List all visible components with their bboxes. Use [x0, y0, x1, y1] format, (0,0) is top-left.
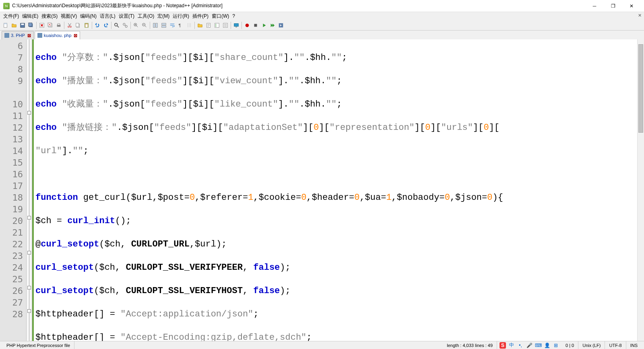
- record-macro-button[interactable]: [243, 21, 251, 29]
- menu-view[interactable]: 视图(V): [59, 12, 78, 20]
- toolbar-separator: [92, 22, 92, 29]
- toolbar-separator: [242, 22, 242, 29]
- save-macro-button[interactable]: [277, 21, 285, 29]
- svg-rect-23: [156, 23, 157, 27]
- svg-point-11: [68, 26, 70, 27]
- title-bar: N C:\Users\Administrator\Desktop\网站源码\20…: [0, 0, 644, 12]
- tab-3php[interactable]: 3. PHP⊠: [2, 31, 34, 39]
- save-all-button[interactable]: [27, 21, 35, 29]
- ime-lang-icon[interactable]: 中: [508, 342, 515, 349]
- redo-button[interactable]: [102, 21, 110, 29]
- menu-bar: 文件(F) 编辑(E) 搜索(S) 视图(V) 编码(N) 语言(L) 设置(T…: [0, 12, 644, 20]
- menu-edit[interactable]: 编辑(E): [21, 12, 40, 20]
- svg-rect-3: [21, 23, 24, 25]
- copy-button[interactable]: [74, 21, 82, 29]
- fold-box-icon[interactable]: -: [27, 286, 31, 289]
- tab-close-icon[interactable]: ⊠: [27, 33, 31, 38]
- person-icon[interactable]: 👤: [544, 342, 550, 349]
- replace-button[interactable]: [121, 21, 129, 29]
- new-file-button[interactable]: [2, 21, 10, 29]
- toolbar-separator: [150, 22, 150, 29]
- monitor-button[interactable]: [232, 21, 240, 29]
- mic-icon[interactable]: 🎤: [526, 342, 533, 349]
- stop-macro-button[interactable]: [252, 21, 260, 29]
- svg-rect-25: [162, 25, 166, 27]
- svg-rect-22: [153, 23, 155, 27]
- fold-box-icon[interactable]: -: [27, 309, 31, 313]
- open-file-button[interactable]: [10, 21, 18, 29]
- undo-button[interactable]: [93, 21, 101, 29]
- menu-settings[interactable]: 设置(T): [117, 12, 136, 20]
- app-icon: N: [3, 3, 10, 9]
- status-insert-mode: INS: [626, 341, 642, 349]
- menubar-close-icon[interactable]: ✕: [638, 13, 642, 18]
- status-encoding: UTF-8: [605, 341, 626, 349]
- wrap-button[interactable]: [168, 21, 176, 29]
- sync-v-button[interactable]: [151, 21, 159, 29]
- toolbar-separator: [130, 22, 131, 29]
- find-button[interactable]: [113, 21, 121, 29]
- maximize-button[interactable]: ❐: [604, 0, 622, 12]
- cut-button[interactable]: [66, 21, 74, 29]
- tab-kuaishou[interactable]: kuaishou. php⊠: [35, 31, 80, 39]
- close-button[interactable]: ✕: [622, 0, 641, 12]
- menu-encoding[interactable]: 编码(N): [78, 12, 98, 20]
- indent-guide-button[interactable]: [185, 21, 193, 29]
- sogou-icon[interactable]: S: [500, 342, 506, 349]
- scrollbar-thumb[interactable]: [638, 44, 643, 133]
- doc-list-button[interactable]: [221, 21, 229, 29]
- status-eol: Unix (LF): [578, 341, 605, 349]
- editor-area[interactable]: 6789 10111213141516171819202122232425262…: [0, 39, 644, 341]
- svg-rect-16: [85, 24, 87, 27]
- play-macro-button[interactable]: [260, 21, 268, 29]
- close-file-button[interactable]: [38, 21, 46, 29]
- svg-rect-1: [4, 23, 7, 24]
- menu-search[interactable]: 搜索(S): [40, 12, 59, 20]
- code-content[interactable]: echo "分享数：".$json["feeds"][$i]["share_co…: [34, 39, 637, 341]
- folder-button[interactable]: [196, 21, 204, 29]
- menu-help[interactable]: ?: [231, 13, 237, 19]
- zoom-in-button[interactable]: [132, 21, 140, 29]
- svg-rect-34: [235, 27, 237, 27]
- php-icon: [4, 33, 9, 38]
- menu-tools[interactable]: 工具(O): [136, 12, 156, 20]
- fold-box-icon[interactable]: -: [27, 251, 31, 255]
- toolbar-separator: [64, 22, 64, 29]
- svg-rect-10: [58, 23, 60, 25]
- ime-punct-icon[interactable]: •,: [517, 342, 524, 349]
- fold-box-icon[interactable]: -: [27, 111, 31, 115]
- play-multi-button[interactable]: [268, 21, 277, 29]
- svg-rect-28: [215, 23, 219, 27]
- doc-map-button[interactable]: [204, 21, 213, 29]
- show-all-chars-button[interactable]: ¶: [177, 21, 185, 29]
- line-number-gutter: 6789 10111213141516171819202122232425262…: [0, 39, 27, 341]
- menu-window[interactable]: 窗口(W): [210, 12, 231, 20]
- grid-icon[interactable]: ⊞: [553, 342, 559, 349]
- menu-plugins[interactable]: 插件(P): [191, 12, 210, 20]
- svg-rect-14: [76, 23, 79, 27]
- svg-point-35: [246, 23, 249, 27]
- sync-h-button[interactable]: [160, 21, 168, 29]
- func-list-button[interactable]: [213, 21, 221, 29]
- print-button[interactable]: [55, 21, 63, 29]
- svg-point-17: [115, 23, 118, 26]
- minimize-button[interactable]: ─: [585, 0, 604, 12]
- save-button[interactable]: [19, 21, 27, 29]
- tab-close-icon[interactable]: ⊠: [74, 33, 77, 38]
- paste-button[interactable]: [83, 21, 91, 29]
- menu-run[interactable]: 运行(R): [171, 12, 191, 20]
- status-filetype: PHP Hypertext Preprocessor file: [2, 341, 74, 349]
- svg-rect-5: [29, 23, 32, 26]
- menu-macro[interactable]: 宏(M): [156, 12, 171, 20]
- php-icon: [37, 33, 42, 38]
- vertical-scrollbar[interactable]: [637, 39, 644, 341]
- keyboard-icon[interactable]: ⌨: [535, 342, 541, 349]
- close-all-button[interactable]: [46, 21, 54, 29]
- svg-rect-36: [254, 24, 257, 27]
- fold-box-icon[interactable]: -: [27, 216, 31, 220]
- zoom-out-button[interactable]: [140, 21, 149, 29]
- status-pos: 0 | 0: [561, 341, 578, 349]
- menu-language[interactable]: 语言(L): [98, 12, 117, 20]
- menu-file[interactable]: 文件(F): [2, 12, 21, 20]
- toolbar: ¶: [0, 20, 644, 31]
